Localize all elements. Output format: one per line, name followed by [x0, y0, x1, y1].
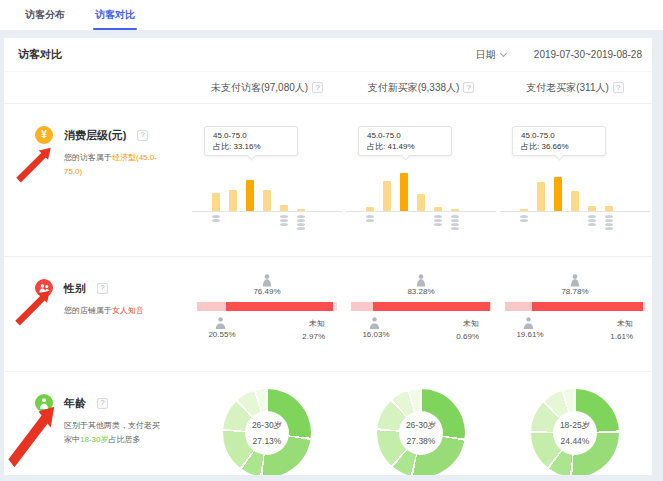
help-icon[interactable]: ?	[613, 82, 624, 93]
tab-visitor-comparison[interactable]: 访客对比	[95, 0, 135, 30]
desc-text: 您的店铺属于	[64, 306, 112, 315]
row-title: 年龄	[64, 396, 86, 411]
tab-visitor-distribution[interactable]: 访客分布	[25, 0, 65, 30]
female-segment[interactable]	[373, 302, 490, 311]
bar[interactable]	[263, 190, 271, 211]
bar-highlighted[interactable]	[246, 180, 254, 211]
gender-ratio-bar[interactable]	[197, 302, 337, 311]
row-description: 您的访客属于经济型(45.0-75.0)	[64, 151, 163, 179]
help-icon[interactable]: ?	[137, 130, 148, 141]
donut-top-age-group: 26-30岁	[406, 420, 436, 432]
tooltip-label: 占比:	[521, 142, 539, 151]
age-chart-returning-buyers: 18-25岁 24.44%	[498, 372, 652, 475]
consumption-bar-chart[interactable]	[520, 173, 613, 211]
row-description: 区别于其他两类，支付老买家中18-30岁占比居多	[64, 419, 163, 447]
donut-top-percentage: 27.38%	[407, 436, 436, 446]
coin-stack-icon	[366, 215, 374, 222]
bar[interactable]	[571, 191, 579, 211]
coin-stack-icon	[451, 215, 459, 230]
tooltip-range: 45.0-75.0	[367, 130, 443, 141]
help-icon[interactable]: ?	[463, 82, 474, 93]
coin-stack-icon	[212, 215, 220, 222]
gender-row-label: 性别 ? 您的店铺属于女人知音	[4, 257, 190, 371]
bar-highlighted[interactable]	[400, 173, 408, 211]
unknown-block: 未知 1.61%	[610, 317, 633, 343]
gender-ratio-bar[interactable]	[351, 302, 491, 311]
chart-tooltip: 45.0-75.0 占比: 41.49%	[358, 126, 452, 156]
donut-top-percentage: 24.44%	[561, 436, 590, 446]
male-segment[interactable]	[197, 302, 226, 311]
top-tabbar: 访客分布 访客对比	[0, 0, 663, 30]
age-chart-new-buyers: 26-30岁 27.38%	[344, 372, 498, 475]
header-controls: 日期 2019-07-30~2019-08-28	[476, 48, 642, 62]
male-segment[interactable]	[505, 302, 532, 311]
age-donut-chart[interactable]: 18-25岁 24.44%	[531, 389, 619, 475]
male-percentage: 20.55%	[199, 330, 245, 339]
tooltip-label: 占比:	[367, 142, 385, 151]
consumption-chart-returning-buyers: 45.0-75.0 占比: 36.66%	[498, 104, 652, 256]
chart-axis	[346, 211, 496, 212]
tooltip-value: 41.49%	[387, 142, 414, 151]
tooltip-range: 45.0-75.0	[521, 130, 597, 141]
age-donut-chart[interactable]: 26-30岁 27.38%	[377, 389, 465, 475]
consumption-chart-new-buyers: 45.0-75.0 占比: 41.49%	[344, 104, 498, 256]
help-icon[interactable]: ?	[97, 398, 108, 409]
consumption-bar-chart[interactable]	[366, 173, 459, 211]
column-header-unpaid-visitors: 未支付访客(97,080人) ?	[190, 81, 344, 95]
column-header-new-buyers: 支付新买家(9,338人) ?	[344, 81, 498, 95]
row-title: 消费层级(元)	[64, 128, 126, 143]
male-percentage: 16.03%	[353, 330, 399, 339]
female-segment[interactable]	[226, 302, 333, 311]
consumption-bar-chart[interactable]	[212, 173, 305, 211]
bar[interactable]	[537, 182, 545, 211]
donut-center: 26-30岁 27.38%	[399, 411, 443, 455]
female-segment[interactable]	[532, 302, 642, 311]
age-row-label: 年龄 ? 区别于其他两类，支付老买家中18-30岁占比居多	[4, 372, 190, 475]
unknown-segment[interactable]	[490, 302, 491, 311]
bar[interactable]	[417, 194, 425, 211]
column-title: 支付新买家(9,338人)	[368, 81, 460, 95]
row-title: 性别	[64, 281, 86, 296]
consumption-row-label: ¥ 消费层级(元) ? 您的访客属于经济型(45.0-75.0)	[4, 104, 190, 256]
column-title: 未支付访客(97,080人)	[211, 81, 308, 95]
tooltip-label: 占比:	[213, 142, 231, 151]
row-description: 您的店铺属于女人知音	[64, 304, 163, 318]
bar[interactable]	[229, 190, 237, 211]
date-range-picker[interactable]: 2019-07-30~2019-08-28	[534, 49, 642, 60]
active-tab-underline	[93, 28, 137, 30]
unknown-segment[interactable]	[333, 302, 337, 311]
annotation-arrow	[12, 144, 56, 184]
chevron-down-icon	[500, 49, 507, 56]
chart-axis	[192, 211, 342, 212]
row-age: 年龄 ? 区别于其他两类，支付老买家中18-30岁占比居多 26-30岁 27.…	[4, 371, 652, 475]
donut-center: 26-30岁 27.13%	[245, 411, 289, 455]
male-segment[interactable]	[351, 302, 373, 311]
male-percentage: 19.61%	[507, 330, 553, 339]
age-donut-chart[interactable]: 26-30岁 27.13%	[223, 389, 311, 475]
column-header-returning-buyers: 支付老买家(311人) ?	[498, 81, 652, 95]
unknown-segment[interactable]	[643, 302, 645, 311]
unknown-block: 未知 0.69%	[456, 317, 479, 343]
unknown-percentage: 2.97%	[302, 330, 325, 343]
bar[interactable]	[212, 193, 220, 211]
visitor-comparison-card: 访客对比 日期 2019-07-30~2019-08-28 未支付访客(97,0…	[4, 38, 652, 475]
help-icon[interactable]: ?	[97, 283, 108, 294]
chart-axis	[500, 211, 650, 212]
female-percentage: 76.49%	[197, 287, 337, 296]
page-title: 访客对比	[18, 47, 62, 62]
gender-chart-new-buyers: 83.28% 16.03% 未知 0.69%	[344, 257, 498, 371]
bar-highlighted[interactable]	[554, 177, 562, 211]
desc-highlight: 女人知音	[112, 306, 144, 315]
bar[interactable]	[383, 181, 391, 211]
donut-center: 18-25岁 24.44%	[553, 411, 597, 455]
date-dropdown[interactable]: 日期	[476, 48, 506, 62]
female-percentage: 78.78%	[505, 287, 645, 296]
column-title: 支付老买家(311人)	[526, 81, 609, 95]
chart-tooltip: 45.0-75.0 占比: 36.66%	[512, 126, 606, 156]
age-chart-unpaid: 26-30岁 27.13%	[190, 372, 344, 475]
gender-ratio-bar[interactable]	[505, 302, 645, 311]
unknown-label: 未知	[456, 317, 479, 330]
help-icon[interactable]: ?	[312, 82, 323, 93]
date-dropdown-label: 日期	[476, 48, 496, 62]
coin-stack-icon	[280, 215, 288, 226]
